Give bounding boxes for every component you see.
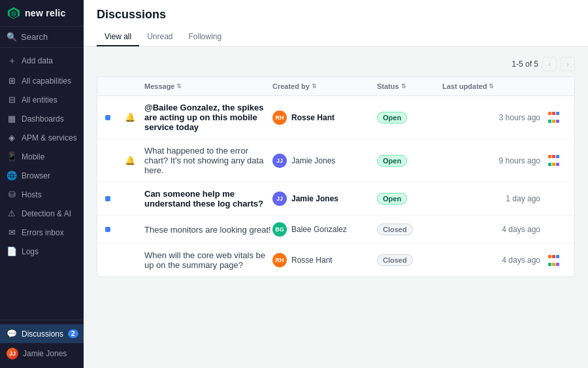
detection-icon: ⚠ xyxy=(7,209,17,218)
col-header-indicator xyxy=(105,82,125,90)
unread-indicator xyxy=(105,115,125,120)
tab-view-all[interactable]: View all xyxy=(97,28,139,46)
page-title: Discussions xyxy=(97,8,575,22)
logs-icon: 📄 xyxy=(7,246,17,256)
col-header-bell xyxy=(125,82,144,90)
creator-name: Rosse Hant xyxy=(291,113,335,122)
sidebar-item-all-capabilities[interactable]: ⊞ All capabilities xyxy=(0,71,84,90)
sidebar-item-dashboards-label: Dashboards xyxy=(22,114,64,124)
new-relic-action-icon[interactable] xyxy=(546,153,561,169)
table-row[interactable]: 🔔What happened to the error chart? It's … xyxy=(97,139,574,182)
unread-indicator xyxy=(105,227,125,232)
sidebar: new relic 🔍 Search ＋ Add data ⊞ All capa… xyxy=(0,0,84,368)
tab-unread[interactable]: Unread xyxy=(139,28,180,46)
sidebar-item-errors-inbox[interactable]: ✉ Errors inbox xyxy=(0,223,84,242)
sidebar-item-discussions[interactable]: 💬 Discussions 2 xyxy=(0,324,84,343)
sidebar-item-logs[interactable]: 📄 Logs xyxy=(0,242,84,261)
sidebar-item-hosts[interactable]: ⛁ Hosts xyxy=(0,185,84,204)
unread-dot xyxy=(105,196,110,201)
table-row[interactable]: 🔔@Bailee Gonzalez, the spikes are acting… xyxy=(97,96,574,139)
status-sort-icon: ⇅ xyxy=(401,83,406,90)
hosts-icon: ⛁ xyxy=(7,190,17,199)
sidebar-item-add-data[interactable]: ＋ Add data xyxy=(0,50,84,71)
new-relic-action-icon[interactable] xyxy=(546,110,561,125)
creator-name: Jamie Jones xyxy=(291,194,338,203)
mobile-icon: 📱 xyxy=(7,152,17,161)
apm-icon: ◈ xyxy=(7,133,17,142)
pagination-prev-button[interactable]: ‹ xyxy=(542,57,557,71)
sidebar-item-apm-services[interactable]: ◈ APM & services xyxy=(0,128,84,147)
tab-following[interactable]: Following xyxy=(181,28,230,46)
errors-icon: ✉ xyxy=(7,227,17,237)
table-row[interactable]: Can someone help me understand these log… xyxy=(97,182,574,216)
sidebar-search[interactable]: 🔍 Search xyxy=(0,27,84,48)
updated-sort-icon: ⇅ xyxy=(489,83,494,90)
table-row[interactable]: When will the core web vitals be up on t… xyxy=(97,244,574,276)
sidebar-logo: new relic xyxy=(0,0,84,27)
table-controls: 1-5 of 5 ‹ › xyxy=(97,57,575,71)
col-header-message: Message ⇅ xyxy=(144,82,272,90)
sidebar-item-mobile-label: Mobile xyxy=(22,152,44,161)
main-content: Discussions View all Unread Following 1-… xyxy=(84,0,588,368)
dashboard-icon: ▦ xyxy=(7,114,17,124)
plus-icon: ＋ xyxy=(7,55,17,67)
user-avatar: JJ xyxy=(7,348,18,360)
bell-icon: 🔔 xyxy=(125,112,135,122)
table-row[interactable]: These monitors are looking great!BGBalee… xyxy=(97,216,574,244)
message-text: When will the core web vitals be up on t… xyxy=(144,250,272,270)
last-updated-cell: 1 day ago xyxy=(442,194,540,203)
bell-icon: 🔔 xyxy=(125,156,135,165)
col-header-created-by: Created by ⇅ xyxy=(272,82,377,90)
pagination-next-button[interactable]: › xyxy=(561,57,575,71)
unread-indicator xyxy=(105,196,125,201)
creator-name: Balee Gonzalez xyxy=(291,225,347,234)
sidebar-item-detection-ai[interactable]: ⚠ Detection & AI xyxy=(0,204,84,223)
new-relic-action-icon[interactable] xyxy=(546,252,561,268)
creator-cell: JJJamie Jones xyxy=(272,192,377,206)
message-cell: Can someone help me understand these log… xyxy=(144,189,272,209)
sidebar-item-user[interactable]: JJ Jamie Jones xyxy=(0,343,84,364)
status-badge: Open xyxy=(377,112,407,124)
status-badge: Open xyxy=(377,155,407,167)
discussions-table: Message ⇅ Created by ⇅ Status ⇅ Last upd… xyxy=(97,76,575,277)
last-updated-cell: 9 hours ago xyxy=(442,156,540,165)
status-badge: Closed xyxy=(377,254,413,266)
pagination-text: 1-5 of 5 xyxy=(512,59,538,69)
creator-cell: JJJamie Jones xyxy=(272,154,377,168)
sidebar-item-all-entities[interactable]: ⊟ All entities xyxy=(0,90,84,109)
sidebar-item-browser[interactable]: 🌐 Browser xyxy=(0,166,84,185)
bell-cell: 🔔 xyxy=(125,112,144,122)
sidebar-search-label: Search xyxy=(21,32,48,42)
status-cell: Open xyxy=(377,193,442,205)
last-updated-cell: 4 days ago xyxy=(442,256,540,265)
creator-cell: BGBalee Gonzalez xyxy=(272,222,377,237)
sidebar-item-mobile[interactable]: 📱 Mobile xyxy=(0,147,84,166)
sidebar-footer: 💬 Discussions 2 JJ Jamie Jones xyxy=(0,320,84,368)
table-area: 1-5 of 5 ‹ › Message ⇅ Created by ⇅ Stat… xyxy=(84,46,588,368)
sidebar-item-discussions-label: Discussions xyxy=(22,329,63,339)
creator-name: Rosse Hant xyxy=(291,256,333,265)
message-text: These monitors are looking great! xyxy=(144,225,271,235)
unread-dot xyxy=(105,227,110,232)
bell-cell: 🔔 xyxy=(125,156,144,165)
message-text: What happened to the error chart? It's n… xyxy=(144,146,272,175)
creator-name: Jamie Jones xyxy=(291,156,335,165)
actions-cell xyxy=(540,252,566,268)
creator-avatar: RH xyxy=(272,110,287,125)
table-header: Message ⇅ Created by ⇅ Status ⇅ Last upd… xyxy=(97,77,574,96)
col-header-last-updated: Last updated ⇅ xyxy=(442,82,540,90)
discussions-badge: 2 xyxy=(68,329,78,338)
message-cell: @Bailee Gonzalez, the spikes are acting … xyxy=(144,103,272,132)
created-sort-icon: ⇅ xyxy=(312,83,317,90)
creator-avatar: BG xyxy=(272,222,287,237)
sidebar-item-hosts-label: Hosts xyxy=(22,190,42,199)
status-cell: Open xyxy=(377,155,442,167)
discussions-icon: 💬 xyxy=(7,329,17,339)
actions-cell xyxy=(540,110,566,125)
message-sort-icon: ⇅ xyxy=(176,83,182,90)
page-header: Discussions View all Unread Following xyxy=(84,0,588,46)
message-text: Can someone help me understand these log… xyxy=(144,189,272,209)
sidebar-item-apm-services-label: APM & services xyxy=(22,133,77,142)
sidebar-item-dashboards[interactable]: ▦ Dashboards xyxy=(0,109,84,128)
message-cell: What happened to the error chart? It's n… xyxy=(144,146,272,175)
